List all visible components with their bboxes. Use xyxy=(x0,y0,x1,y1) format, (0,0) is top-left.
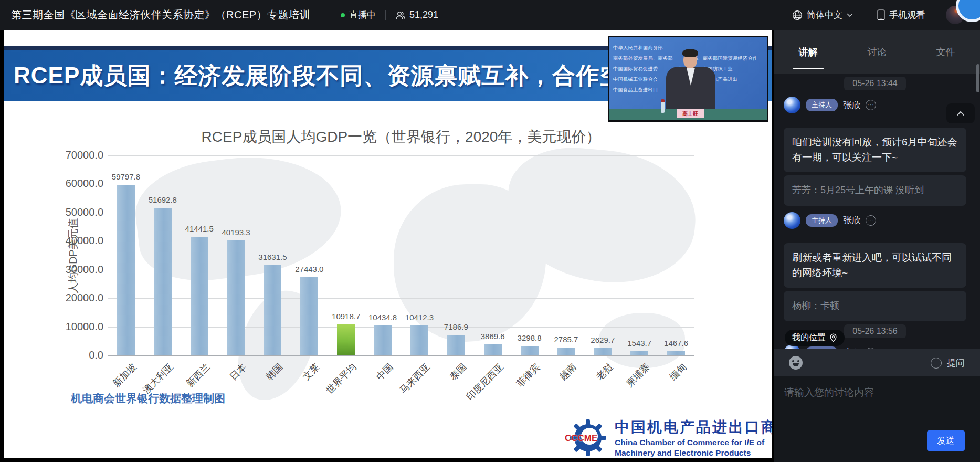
mobile-view-button[interactable]: 手机观看 xyxy=(877,9,925,21)
chat-scrollbar[interactable] xyxy=(976,64,979,92)
globe-icon xyxy=(792,10,803,20)
bar-马来西亚 xyxy=(410,326,428,355)
live-label: 直播中 xyxy=(349,9,376,21)
chat-plain-message: 芳芳：5月25号上午的课 没听到 xyxy=(784,175,966,206)
my-location-label: 我的位置 xyxy=(792,332,826,343)
viewer-count: 51,291 xyxy=(395,9,438,20)
bar-value-label: 31631.5 xyxy=(258,253,287,261)
host-badge: 主持人 xyxy=(806,99,838,111)
y-axis-title: 人均GDP美元值 xyxy=(66,218,80,293)
x-axis-label: 老挝 xyxy=(594,361,616,383)
tab-讲解[interactable]: 讲解 xyxy=(774,30,842,74)
x-axis-label: 印度尼西亚 xyxy=(463,361,506,403)
sender-name: 张欣 xyxy=(843,214,861,226)
bar-chart: 59797.8新加坡51692.8澳大利亚41441.5新西兰40193.3日本… xyxy=(108,155,694,355)
bar-澳大利亚 xyxy=(154,208,172,355)
bar-越南 xyxy=(557,348,575,355)
chart-gridline xyxy=(108,355,694,356)
y-axis-tick-label: 70000.0 xyxy=(56,149,103,161)
x-axis-label: 马来西亚 xyxy=(397,361,433,396)
host-avatar[interactable] xyxy=(784,212,800,229)
bar-新加坡 xyxy=(117,185,135,355)
bar-value-label: 2629.7 xyxy=(591,335,615,344)
my-location-button[interactable]: 我的位置 xyxy=(785,330,845,346)
bar-泰国 xyxy=(447,335,465,355)
bar-日本 xyxy=(227,240,245,355)
bar-value-label: 1467.6 xyxy=(664,339,688,348)
cccme-name-cn: 中国机电产品进出口商会 xyxy=(615,417,772,437)
bar-value-label: 3869.6 xyxy=(481,332,505,341)
tab-讨论[interactable]: 讨论 xyxy=(842,30,911,74)
top-bar: 第三期全国《区域全面经济伙伴关系协定》（RCEP）专题培训 直播中 51,291… xyxy=(0,0,980,30)
mobile-view-label: 手机观看 xyxy=(889,9,925,21)
language-label: 简体中文 xyxy=(807,9,842,21)
y-axis-tick-label: 50000.0 xyxy=(56,206,103,218)
chart-gridline xyxy=(108,213,694,213)
chat-panel: 讲解讨论文件 05-26 13:44主持人张欣···咱们培训没有回放，预计6月中… xyxy=(774,30,980,462)
bar-value-label: 3298.8 xyxy=(518,333,542,342)
x-axis-label: 世界平均 xyxy=(323,361,359,396)
cccme-acronym: CCCME xyxy=(565,433,597,444)
bar-value-label: 2785.7 xyxy=(554,335,578,344)
bar-缅甸 xyxy=(667,351,685,355)
host-badge: 主持人 xyxy=(806,214,838,227)
question-radio[interactable] xyxy=(931,358,942,369)
question-toggle[interactable]: 提问 xyxy=(931,357,965,369)
bar-value-label: 10412.3 xyxy=(405,313,434,322)
bar-印度尼西亚 xyxy=(484,344,502,355)
chat-message-header: 主持人张欣··· xyxy=(784,212,966,229)
chat-message-header: 主持人张欣··· xyxy=(784,97,966,113)
bar-value-label: 41441.5 xyxy=(185,224,214,233)
divider xyxy=(385,10,386,20)
location-pin-icon xyxy=(829,333,837,342)
y-axis-tick-label: 60000.0 xyxy=(56,177,103,190)
tab-文件[interactable]: 文件 xyxy=(911,30,980,74)
live-dot-icon xyxy=(341,13,345,17)
timestamp-pill: 05-26 13:56 xyxy=(844,324,905,338)
phone-icon xyxy=(877,9,885,20)
bar-新西兰 xyxy=(191,237,208,355)
live-status: 直播中 xyxy=(341,9,376,21)
chevron-down-icon xyxy=(847,13,853,17)
x-axis-label: 缅甸 xyxy=(667,361,689,383)
page-title: 第三期全国《区域全面经济伙伴关系协定》（RCEP）专题培训 xyxy=(11,8,310,22)
bar-世界平均 xyxy=(337,324,355,355)
chart-gridline xyxy=(108,184,694,184)
bar-老挝 xyxy=(594,348,612,355)
chat-message-bubble: 咱们培训没有回放，预计6月中旬还会有一期，可以关注一下~ xyxy=(784,128,966,172)
collapse-panel-button[interactable] xyxy=(946,103,975,123)
timestamp-pill: 05-26 13:44 xyxy=(844,77,905,90)
viewer-count-value: 51,291 xyxy=(409,9,438,20)
viewers-icon xyxy=(395,10,406,20)
cccme-name-en: China Chamber of Commerce for I/E of Mac… xyxy=(615,437,772,458)
message-more-icon[interactable]: ··· xyxy=(866,215,876,226)
water-bottle xyxy=(661,99,665,113)
bar-value-label: 27443.0 xyxy=(295,265,323,274)
message-more-icon[interactable]: ··· xyxy=(866,100,876,110)
emoji-picker-icon[interactable] xyxy=(789,356,803,370)
chat-input[interactable] xyxy=(774,376,980,429)
bar-文莱 xyxy=(300,277,318,355)
x-axis-label: 新西兰 xyxy=(184,361,213,390)
y-axis-tick-label: 10000.0 xyxy=(56,321,103,333)
sender-name: 张欣 xyxy=(843,99,861,111)
chat-tabs: 讲解讨论文件 xyxy=(774,30,980,74)
bar-value-label: 40193.3 xyxy=(222,228,250,237)
bar-柬埔寨 xyxy=(630,351,648,355)
bar-value-label: 1543.7 xyxy=(627,339,651,348)
y-axis-tick-label: 0.0 xyxy=(56,349,103,361)
question-label: 提问 xyxy=(947,357,965,369)
bar-value-label: 59797.8 xyxy=(112,172,140,181)
x-axis-label: 泰国 xyxy=(447,361,469,383)
x-axis-label: 中国 xyxy=(374,361,396,383)
speaker-nameplate: 高士旺 xyxy=(677,109,704,118)
language-selector[interactable]: 简体中文 xyxy=(792,9,853,21)
bar-value-label: 10434.8 xyxy=(368,313,397,322)
y-axis-tick-label: 20000.0 xyxy=(56,292,103,304)
speaker-video-overlay[interactable]: 中华人民共和国商务部商务部外贸发展局、商务部 局、商务部国际贸易经济合作中国国际… xyxy=(608,36,768,122)
gear-logo-icon: CCCME xyxy=(568,418,607,457)
chat-plain-message: 杨柳：卡顿 xyxy=(784,291,966,321)
bar-菲律宾 xyxy=(521,346,539,355)
send-button[interactable]: 发送 xyxy=(927,430,965,451)
host-avatar[interactable] xyxy=(784,97,800,113)
